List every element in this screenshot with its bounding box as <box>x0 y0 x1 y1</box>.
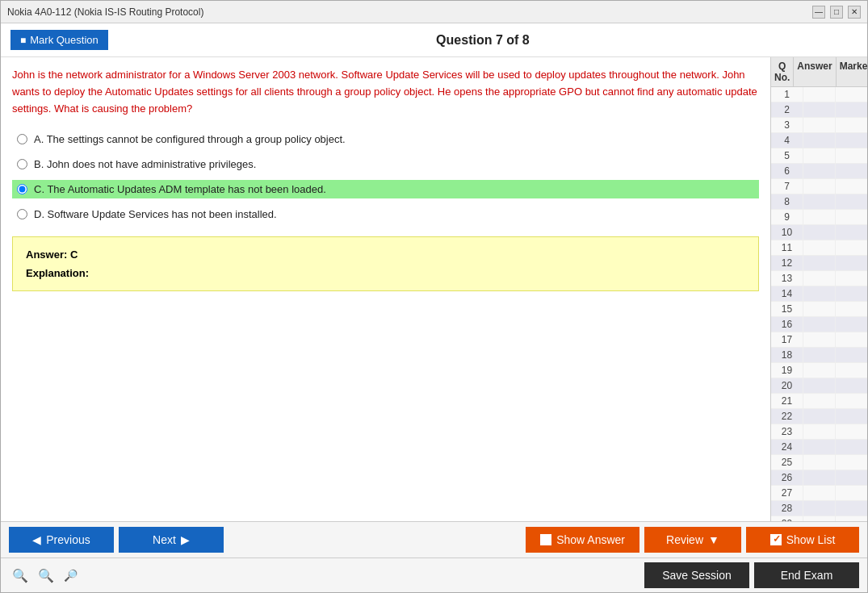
sidebar-cell-marked <box>836 194 867 209</box>
option-b-text: B. John does not have administrative pri… <box>34 158 256 170</box>
zoom-controls: 🔍 🔍 🔎 <box>9 566 81 585</box>
answer-box: Answer: C Explanation: <box>12 236 759 291</box>
sidebar-row[interactable]: 13 <box>771 271 867 286</box>
sidebar: Q No. Answer Marked 1 2 3 4 5 6 <box>770 57 867 521</box>
zoom-reset-button[interactable]: 🔍 <box>35 566 57 585</box>
sidebar-cell-answer <box>803 118 836 132</box>
sidebar-cell-marked <box>836 455 867 470</box>
option-a-text: A. The settings cannot be configured thr… <box>34 133 346 145</box>
sidebar-row[interactable]: 15 <box>771 302 867 317</box>
sidebar-row[interactable]: 28 <box>771 501 867 516</box>
sidebar-cell-qno: 3 <box>771 118 803 132</box>
second-bar-right: Save Session End Exam <box>644 562 859 588</box>
sidebar-row[interactable]: 4 <box>771 133 867 148</box>
sidebar-row[interactable]: 12 <box>771 256 867 271</box>
maximize-button[interactable]: □ <box>830 6 843 19</box>
zoom-in-button[interactable]: 🔍 <box>9 566 31 585</box>
sidebar-cell-qno: 27 <box>771 486 803 500</box>
sidebar-row[interactable]: 26 <box>771 470 867 486</box>
sidebar-row[interactable]: 23 <box>771 424 867 440</box>
sidebar-row[interactable]: 3 <box>771 118 867 133</box>
sidebar-row[interactable]: 2 <box>771 102 867 118</box>
next-button[interactable]: Next ▶ <box>119 527 224 553</box>
show-list-button[interactable]: Show List <box>746 527 859 553</box>
sidebar-cell-answer <box>803 317 836 332</box>
previous-button[interactable]: ◀ Previous <box>9 527 114 553</box>
sidebar-row[interactable]: 16 <box>771 317 867 332</box>
sidebar-cell-qno: 20 <box>771 378 803 393</box>
explanation-label: Explanation: <box>26 267 745 279</box>
sidebar-row[interactable]: 19 <box>771 363 867 378</box>
sidebar-row[interactable]: 18 <box>771 348 867 363</box>
option-d-radio[interactable] <box>17 209 27 219</box>
sidebar-row[interactable]: 10 <box>771 225 867 240</box>
next-arrow-icon: ▶ <box>181 533 190 546</box>
show-list-icon <box>770 534 782 545</box>
option-d[interactable]: D. Software Update Services has not been… <box>12 205 759 223</box>
show-answer-button[interactable]: Show Answer <box>526 527 639 553</box>
sidebar-cell-answer <box>803 470 836 485</box>
option-c-radio[interactable] <box>17 184 27 194</box>
sidebar-row[interactable]: 9 <box>771 210 867 225</box>
sidebar-cell-answer <box>803 363 836 378</box>
review-arrow-icon: ▼ <box>708 533 719 546</box>
option-c[interactable]: C. The Automatic Updates ADM template ha… <box>12 180 759 198</box>
sidebar-row[interactable]: 27 <box>771 486 867 501</box>
sidebar-cell-qno: 25 <box>771 455 803 470</box>
sidebar-row[interactable]: 6 <box>771 164 867 179</box>
sidebar-cell-qno: 6 <box>771 164 803 178</box>
sidebar-row[interactable]: 24 <box>771 440 867 455</box>
mark-check-icon: ■ <box>20 35 26 46</box>
show-list-label: Show List <box>786 533 836 546</box>
sidebar-cell-marked <box>836 133 867 148</box>
sidebar-row[interactable]: 14 <box>771 286 867 302</box>
sidebar-cell-marked <box>836 102 867 117</box>
sidebar-cell-qno: 21 <box>771 394 803 408</box>
sidebar-row[interactable]: 21 <box>771 394 867 409</box>
show-answer-label: Show Answer <box>556 533 625 546</box>
sidebar-row[interactable]: 17 <box>771 332 867 348</box>
sidebar-row[interactable]: 7 <box>771 179 867 194</box>
sidebar-cell-qno: 23 <box>771 424 803 439</box>
sidebar-row[interactable]: 11 <box>771 240 867 256</box>
sidebar-row[interactable]: 1 <box>771 87 867 102</box>
end-exam-button[interactable]: End Exam <box>754 562 859 588</box>
sidebar-cell-qno: 5 <box>771 148 803 163</box>
sidebar-cell-marked <box>836 348 867 362</box>
minimize-button[interactable]: — <box>812 6 825 19</box>
sidebar-cell-marked <box>836 394 867 408</box>
option-a-radio[interactable] <box>17 134 27 144</box>
review-button[interactable]: Review ▼ <box>644 527 741 553</box>
mark-question-button[interactable]: ■ Mark Question <box>10 30 108 50</box>
sidebar-row[interactable]: 22 <box>771 409 867 424</box>
save-session-button[interactable]: Save Session <box>644 562 749 588</box>
sidebar-row[interactable]: 20 <box>771 378 867 394</box>
sidebar-row[interactable]: 5 <box>771 148 867 164</box>
option-b[interactable]: B. John does not have administrative pri… <box>12 155 759 173</box>
sidebar-cell-marked <box>836 286 867 301</box>
sidebar-row[interactable]: 8 <box>771 194 867 210</box>
option-c-text: C. The Automatic Updates ADM template ha… <box>34 183 326 195</box>
sidebar-cell-marked <box>836 470 867 485</box>
sidebar-row[interactable]: 25 <box>771 455 867 470</box>
sidebar-cell-marked <box>836 256 867 270</box>
zoom-out-button[interactable]: 🔎 <box>61 566 81 585</box>
sidebar-qno-header: Q No. <box>771 57 794 86</box>
question-title: Question 7 of 8 <box>108 33 858 48</box>
window-controls: — □ ✕ <box>812 6 861 19</box>
sidebar-cell-qno: 9 <box>771 210 803 224</box>
sidebar-cell-answer <box>803 210 836 224</box>
sidebar-marked-header: Marked <box>837 57 867 86</box>
option-b-radio[interactable] <box>17 159 27 169</box>
close-button[interactable]: ✕ <box>848 6 861 19</box>
sidebar-cell-qno: 16 <box>771 317 803 332</box>
sidebar-cell-marked <box>836 240 867 255</box>
sidebar-cell-qno: 10 <box>771 225 803 240</box>
sidebar-cell-answer <box>803 302 836 316</box>
sidebar-cell-qno: 26 <box>771 470 803 485</box>
sidebar-cell-marked <box>836 363 867 378</box>
sidebar-cell-answer <box>803 102 836 117</box>
sidebar-cell-marked <box>836 302 867 316</box>
sidebar-cell-answer <box>803 225 836 240</box>
option-a[interactable]: A. The settings cannot be configured thr… <box>12 130 759 148</box>
